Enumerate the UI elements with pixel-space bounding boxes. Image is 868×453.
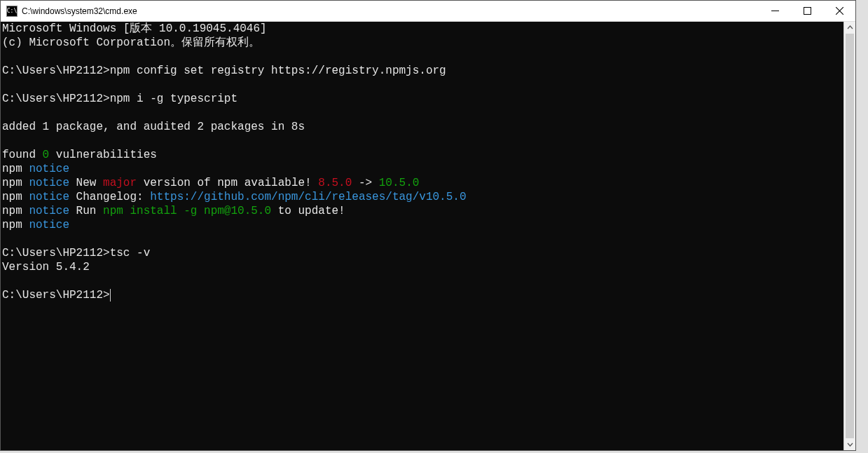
prompt-3: C:\Users\HP2112> [2,247,110,259]
added-line: added 1 package, and audited 2 packages … [2,121,305,133]
version-output: Version 5.4.2 [2,261,90,273]
chevron-up-icon [847,25,853,31]
scroll-up-button[interactable] [844,22,855,34]
nv-arrow: -> [352,177,378,189]
window-title: C:\windows\system32\cmd.exe [22,6,137,16]
notice-text: notice [29,205,69,217]
cmd-3: tsc -v [110,247,151,259]
nv-major: major [103,177,137,189]
cmd-1: npm config set registry https://registry… [110,65,446,77]
cl-pre: Changelog: [69,191,150,203]
cmd-2: npm i -g typescript [110,93,237,105]
prompt-1: C:\Users\HP2112> [2,65,110,77]
cmd-window: C:\ C:\windows\system32\cmd.exe Microsof… [0,0,856,451]
npm-text: npm [2,191,29,203]
svg-rect-0 [804,8,811,15]
prompt-2: C:\Users\HP2112> [2,93,110,105]
minimize-icon [771,7,779,15]
run-pre: Run [69,205,103,217]
banner-line-1: Microsoft Windows [版本 10.0.19045.4046] [2,22,267,35]
minimize-button[interactable] [759,1,791,21]
cursor [110,289,111,302]
prompt-4: C:\Users\HP2112> [2,289,110,302]
nv-new: New [69,177,103,189]
notice-text: notice [29,191,69,203]
nv-avail: version of npm available! [137,177,318,189]
terminal-container: Microsoft Windows [版本 10.0.19045.4046] (… [1,22,855,450]
npm-text: npm [2,205,29,217]
notice-text: notice [29,163,69,175]
cmd-icon: C:\ [6,6,18,17]
nv-new-version: 10.5.0 [379,177,420,189]
notice-text: notice [29,177,69,189]
chevron-down-icon [847,441,853,447]
vertical-scrollbar[interactable] [843,22,855,450]
run-post: to update! [271,205,345,217]
close-icon [836,7,843,15]
maximize-button[interactable] [791,1,823,21]
notice-text: notice [29,219,69,231]
found-pre: found [2,149,43,161]
scrollbar-thumb[interactable] [846,34,854,438]
scroll-down-button[interactable] [844,438,855,450]
window-controls [759,1,855,21]
npm-text: npm [2,163,29,175]
run-cmd: npm install -g npm@10.5.0 [103,205,271,217]
changelog-url: https://github.com/npm/cli/releases/tag/… [150,191,466,203]
npm-text: npm [2,219,29,231]
banner-line-2: (c) Microsoft Corporation。保留所有权利。 [2,36,260,49]
close-button[interactable] [823,1,855,21]
found-zero: 0 [43,149,50,161]
nv-old: 8.5.0 [318,177,352,189]
maximize-icon [804,7,811,15]
terminal[interactable]: Microsoft Windows [版本 10.0.19045.4046] (… [1,22,843,450]
titlebar[interactable]: C:\ C:\windows\system32\cmd.exe [1,1,855,22]
found-post: vulnerabilities [49,149,157,161]
npm-text: npm [2,177,29,189]
